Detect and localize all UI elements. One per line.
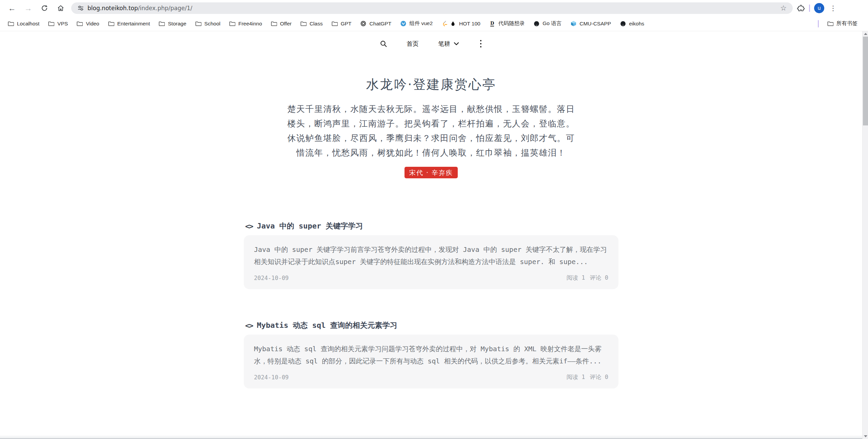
bookmark-label: 代码随想录 [498, 20, 525, 27]
bookmark-item[interactable]: Localhost [5, 19, 42, 28]
post-reads: 阅读 1 [567, 274, 585, 282]
post-heading: <> Java 中的 super 关键字学习 [245, 221, 618, 231]
notes-d-icon: D [489, 21, 495, 27]
bookmark-item[interactable]: Class [297, 19, 326, 28]
bookmark-label: Free4inno [238, 21, 262, 27]
hero-section: 水龙吟·登建康赏心亭 楚天千里清秋，水随天去秋无际。遥岑远目，献愁供恨，玉簪螺髻… [0, 76, 862, 178]
bookmark-item[interactable]: School [192, 19, 223, 28]
bookmark-label: Video [86, 21, 99, 27]
poem-text: 楚天千里清秋，水随天去秋无际。遥岑远目，献愁供恨，玉簪螺髻。落日 楼头，断鸿声里… [0, 102, 862, 160]
bookmarks-divider [818, 20, 819, 27]
leetcode-icon [441, 21, 448, 27]
toolbar-divider [809, 4, 810, 12]
bookmark-item[interactable]: Video [74, 19, 102, 28]
site-nav: 首页 笔耕 [0, 31, 862, 51]
bookmark-item[interactable]: eikohs [617, 19, 647, 28]
url-path: /index.php/page/1/ [138, 5, 192, 12]
page-viewport: 首页 笔耕 水龙吟·登建康赏心亭 楚天千里清秋，水随天去秋无际。遥岑远目，献愁供… [0, 31, 862, 439]
all-bookmarks-button[interactable]: 所有书签 [824, 18, 861, 29]
scrollbar-up-icon[interactable] [863, 31, 868, 37]
folder-icon [195, 21, 201, 27]
url-bar[interactable]: blog.noteikoh.top/index.php/page/1/ ☆ [71, 2, 793, 14]
poem-line: 休说鲈鱼堪脍，尽西风，季鹰归未？求田问舍，怕应羞见，刘郎才气。可 [0, 131, 862, 145]
search-icon[interactable] [380, 40, 387, 47]
bookmark-item[interactable]: Entertainment [105, 19, 153, 28]
folder-icon [827, 21, 833, 27]
folder-icon [229, 21, 235, 27]
post-title-link[interactable]: Java 中的 super 关键字学习 [257, 221, 363, 231]
bookmark-label: Storage [168, 21, 186, 27]
bookmark-item[interactable]: Go 语言 [530, 18, 565, 29]
post-title-link[interactable]: Mybatis 动态 sql 查询的相关元素学习 [257, 320, 397, 331]
post-date: 2024-10-09 [254, 275, 289, 281]
bookmark-label: Go 语言 [542, 20, 561, 27]
folder-icon [332, 21, 338, 27]
bookmark-label: ChatGPT [370, 21, 392, 27]
extensions-icon[interactable] [797, 4, 805, 12]
url-domain: blog.noteikoh.top [87, 5, 138, 12]
bookmark-item[interactable]: VPS [45, 19, 71, 28]
folder-icon [271, 21, 277, 27]
bookmarks-list: LocalhostVPSVideoEntertainmentStorageSch… [5, 18, 818, 29]
bookmark-item[interactable]: ChatGPT [357, 19, 395, 28]
folder-icon [77, 21, 83, 27]
bookmark-label: CMU-CSAPP [579, 21, 611, 27]
bookmark-label: VPS [57, 21, 68, 27]
nav-home-label: 首页 [407, 40, 419, 48]
bookmark-star-icon[interactable]: ☆ [780, 4, 787, 12]
post-excerpt: Mybatis 动态 sql 查询的相关元素学习问题学习苍穹外卖的过程中，对 M… [254, 343, 608, 367]
browser-menu-icon[interactable]: ⋮ [828, 4, 838, 12]
post-heading: <> Mybatis 动态 sql 查询的相关元素学习 [245, 320, 618, 331]
profile-avatar[interactable]: u [814, 3, 824, 13]
bookmark-item[interactable]: GPT [329, 19, 355, 28]
flame-icon [450, 21, 456, 27]
scrollbar[interactable] [862, 31, 868, 439]
back-icon[interactable]: ← [6, 2, 18, 14]
site-settings-icon[interactable] [77, 5, 84, 12]
poem-line: 惜流年，忧愁风雨，树犹如此！倩何人唤取，红巾翠袖，揾英雄泪！ [0, 145, 862, 160]
forward-icon[interactable]: → [22, 2, 34, 14]
browser-toolbar: ← → blog.noteikoh.top/index.php/page/1/ … [0, 0, 868, 16]
bookmark-item[interactable]: 组件 vue2 [397, 18, 436, 29]
bookmark-label: Localhost [17, 21, 39, 27]
poem-author-badge: 宋代 · 辛弃疾 [405, 167, 458, 178]
post-list: <> Java 中的 super 关键字学习 Java 中的 super 关键字… [244, 221, 618, 388]
post-comments: 评论 0 [590, 373, 608, 381]
reload-icon[interactable] [39, 2, 50, 14]
url-text[interactable]: blog.noteikoh.top/index.php/page/1/ [87, 5, 192, 12]
bookmark-item[interactable]: Storage [156, 19, 189, 28]
post-excerpt: Java 中的 super 关键字学习前言学习苍穹外卖的过程中，发现对 Java… [254, 243, 608, 268]
chatgpt-icon [360, 21, 367, 27]
bookmark-label: Offer [280, 21, 292, 27]
bookmark-item[interactable]: D代码随想录 [486, 18, 528, 29]
post-date: 2024-10-09 [254, 374, 289, 381]
folder-icon [108, 21, 114, 27]
chevron-down-icon [454, 42, 459, 45]
folder-icon [159, 21, 165, 27]
nav-home-link[interactable]: 首页 [407, 40, 419, 48]
bookmark-item[interactable]: Offer [268, 19, 295, 28]
bookmark-item[interactable]: Free4inno [226, 19, 265, 28]
code-icon: <> [245, 321, 253, 330]
github-icon [533, 21, 539, 27]
bookmark-label: eikohs [629, 21, 644, 27]
bookmark-item[interactable]: HOT 100 [438, 19, 484, 28]
poem-line: 楚天千里清秋，水随天去秋无际。遥岑远目，献愁供恨，玉簪螺髻。落日 [0, 102, 862, 116]
vue-icon [400, 21, 406, 27]
post-item: <> Mybatis 动态 sql 查询的相关元素学习 Mybatis 动态 s… [244, 320, 618, 388]
nav-category-link[interactable]: 笔耕 [438, 40, 459, 48]
site-menu-icon[interactable] [479, 39, 483, 49]
all-bookmarks-label: 所有书签 [836, 20, 857, 27]
code-icon: <> [245, 222, 253, 231]
poem-title: 水龙吟·登建康赏心亭 [0, 76, 862, 93]
page-bottom-edge [0, 435, 862, 439]
post-card[interactable]: Mybatis 动态 sql 查询的相关元素学习问题学习苍穹外卖的过程中，对 M… [244, 335, 618, 388]
post-reads: 阅读 1 [567, 373, 585, 381]
bookmark-label: 组件 vue2 [409, 20, 433, 27]
scrollbar-down-icon[interactable] [863, 434, 868, 439]
post-card[interactable]: Java 中的 super 关键字学习前言学习苍穹外卖的过程中，发现对 Java… [244, 235, 618, 289]
github-icon [620, 21, 626, 27]
bookmark-item[interactable]: CMU-CSAPP [567, 19, 614, 28]
scrollbar-thumb[interactable] [863, 37, 868, 125]
home-icon[interactable] [55, 2, 66, 14]
